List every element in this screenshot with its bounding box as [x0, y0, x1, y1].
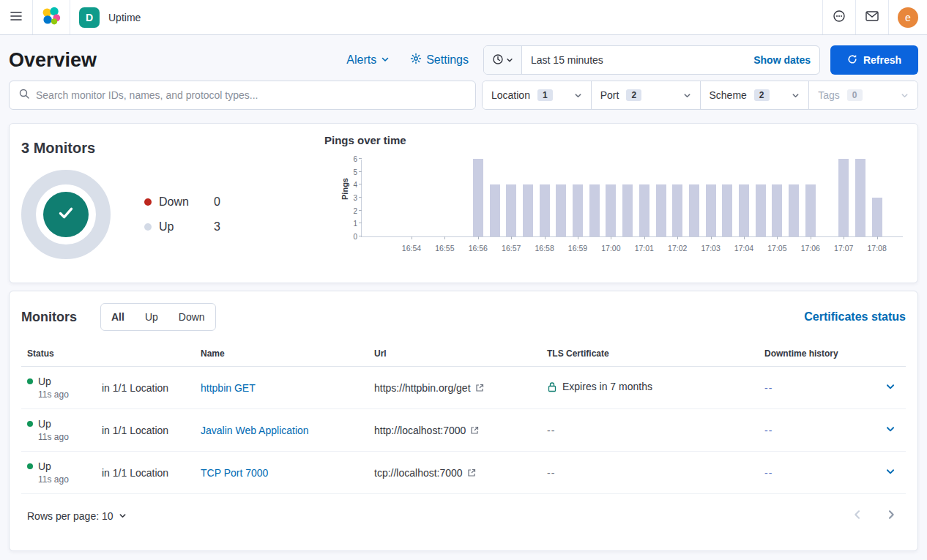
- filter-count-badge: 0: [847, 89, 863, 101]
- x-tick-label: 17:05: [762, 244, 792, 253]
- ping-bar: [606, 184, 616, 236]
- ping-bar: [739, 184, 749, 236]
- ping-bar: [855, 159, 865, 236]
- previous-page-button: [852, 509, 863, 523]
- monitors-panel: Monitors All Up Down Certificates status…: [9, 291, 918, 551]
- ping-bar: [689, 184, 699, 236]
- elastic-logo-icon: [42, 7, 61, 29]
- quick-select-button[interactable]: [484, 46, 522, 74]
- filter-count-badge: 1: [537, 89, 553, 101]
- last-check-time: 11s ago: [38, 389, 90, 400]
- filter-count-badge: 2: [754, 89, 770, 101]
- space-badge[interactable]: D: [79, 7, 100, 28]
- y-tick-label: 5: [341, 168, 357, 176]
- monitor-name-link[interactable]: Javalin Web Application: [201, 425, 309, 436]
- monitors-table: Status Name Url TLS Certificate Downtime…: [21, 341, 906, 494]
- search-input[interactable]: [36, 89, 466, 101]
- tab-all[interactable]: All: [101, 304, 135, 330]
- menu-button[interactable]: [0, 0, 32, 34]
- ping-bar: [573, 184, 583, 236]
- expand-row-button[interactable]: [882, 464, 899, 482]
- expand-row-button[interactable]: [882, 379, 899, 397]
- tab-down[interactable]: Down: [168, 304, 215, 330]
- x-tick-mark: [412, 236, 412, 239]
- next-page-button[interactable]: [885, 509, 897, 523]
- assistant-button[interactable]: [823, 0, 855, 34]
- chevron-down-icon: [683, 92, 691, 100]
- col-header-url: Url: [368, 341, 541, 367]
- monitors-title: Monitors: [21, 310, 77, 325]
- tls-certificate: --: [547, 467, 555, 479]
- newsfeed-button[interactable]: [856, 0, 888, 34]
- monitor-name-link[interactable]: TCP Port 7000: [201, 467, 268, 479]
- y-tick-label: 4: [341, 181, 357, 189]
- filter-location[interactable]: Location 1: [483, 81, 591, 109]
- user-avatar[interactable]: e: [898, 7, 918, 28]
- y-tick-mark: [359, 171, 362, 172]
- filter-count-badge: 2: [626, 89, 641, 101]
- status-donut-chart: [21, 170, 111, 259]
- x-tick-label: 17:08: [863, 244, 892, 253]
- table-footer: Rows per page: 10: [21, 494, 906, 527]
- page-title: Overview: [9, 45, 97, 75]
- x-tick-label: 17:01: [630, 244, 659, 253]
- monitor-url-link[interactable]: http://localhost:7000: [374, 425, 479, 436]
- filter-scheme[interactable]: Scheme 2: [700, 81, 809, 109]
- expand-row-button[interactable]: [882, 422, 899, 439]
- down-dot-icon: [144, 198, 152, 206]
- ping-bar: [722, 184, 732, 236]
- legend-label: Down: [159, 195, 214, 209]
- tls-expiry: Expires in 7 months: [562, 381, 652, 392]
- col-header-tls: TLS Certificate: [541, 341, 759, 367]
- x-tick-mark: [777, 236, 778, 239]
- monitor-name-link[interactable]: httpbin GET: [201, 382, 256, 394]
- rows-per-page-button[interactable]: Rows per page: 10: [27, 510, 127, 522]
- monitor-url: tcp://localhost:7000: [374, 467, 463, 479]
- tab-up[interactable]: Up: [135, 304, 168, 330]
- monitor-location: in 1/1 Location: [102, 467, 168, 479]
- monitor-url-link[interactable]: tcp://localhost:7000: [374, 467, 476, 479]
- certificates-status-link[interactable]: Certificates status: [804, 310, 906, 324]
- filter-label: Scheme: [710, 89, 747, 101]
- tls-certificate: --: [547, 425, 555, 436]
- up-status-dot: [27, 421, 33, 427]
- mail-icon: [865, 11, 879, 23]
- ping-bar: [872, 198, 882, 236]
- last-check-time: 11s ago: [38, 432, 90, 442]
- all-up-indicator: [43, 192, 89, 237]
- x-tick-label: 17:03: [696, 244, 726, 253]
- time-range-value[interactable]: Last 15 minutes: [522, 54, 745, 66]
- refresh-button[interactable]: Refresh: [830, 45, 918, 75]
- filter-port[interactable]: Port 2: [591, 81, 700, 109]
- snapshot-panel: 3 Monitors Down 0: [9, 123, 918, 283]
- chevron-down-icon: [574, 92, 582, 100]
- up-dot-icon: [144, 223, 152, 231]
- elastic-logo[interactable]: [33, 0, 70, 34]
- monitor-location: in 1/1 Location: [102, 425, 168, 436]
- up-status-dot: [27, 463, 33, 469]
- ping-bar: [789, 184, 799, 236]
- monitor-status: Up: [38, 376, 51, 387]
- refresh-icon: [847, 54, 857, 67]
- breadcrumb[interactable]: Uptime: [108, 12, 141, 23]
- chevron-down-icon: [885, 424, 896, 436]
- downtime-history: --: [764, 425, 772, 436]
- legend-value: 3: [214, 220, 220, 234]
- search-icon: [18, 88, 30, 102]
- x-tick-mark: [877, 236, 878, 239]
- up-status-dot: [27, 378, 33, 384]
- settings-button[interactable]: Settings: [410, 53, 469, 67]
- chevron-down-icon: [792, 92, 800, 100]
- x-tick-mark: [511, 236, 512, 239]
- filter-label: Port: [600, 89, 619, 101]
- y-tick-label: 1: [341, 220, 357, 228]
- filter-bar: Location 1 Port 2 Scheme 2 Tags 0: [9, 81, 918, 110]
- show-dates-button[interactable]: Show dates: [745, 54, 819, 66]
- refresh-label: Refresh: [863, 54, 901, 66]
- alerts-dropdown-button[interactable]: Alerts: [346, 53, 390, 67]
- ping-bar: [540, 184, 550, 236]
- x-tick-label: 16:57: [496, 244, 526, 253]
- col-header-name: Name: [195, 341, 368, 367]
- ping-bar: [805, 184, 816, 236]
- monitor-url-link[interactable]: https://httpbin.org/get: [374, 382, 484, 394]
